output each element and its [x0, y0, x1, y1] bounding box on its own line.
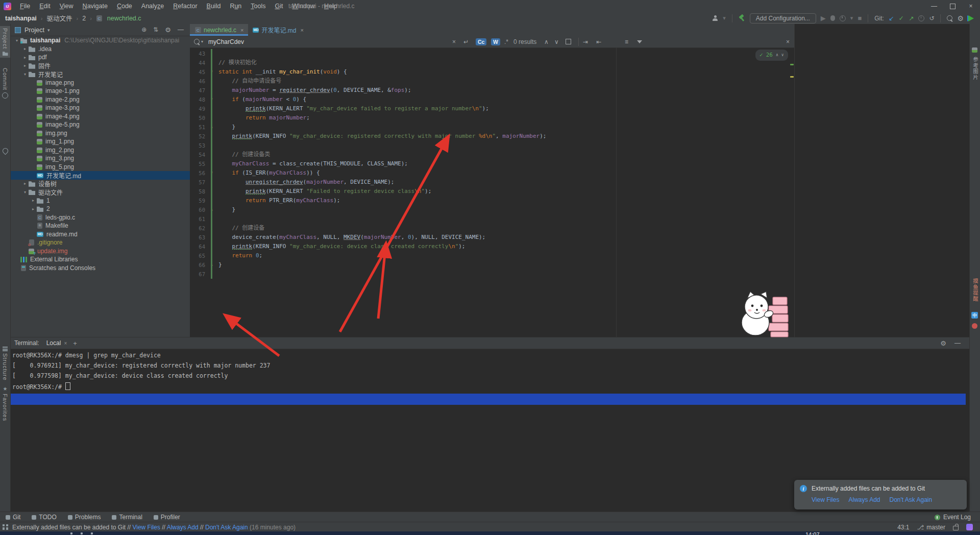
- chevron-down-icon[interactable]: ▾: [47, 28, 50, 33]
- terminal-new-tab-button[interactable]: +: [73, 339, 77, 347]
- tree-row[interactable]: ▸1: [10, 197, 190, 205]
- pin-icon[interactable]: [2, 147, 10, 155]
- code-line[interactable]: 48∨ if (majorNumber < 0) {: [190, 95, 794, 104]
- tree-row[interactable]: image-1.png: [10, 87, 190, 95]
- menu-item[interactable]: View: [55, 0, 78, 12]
- code-line[interactable]: 61: [190, 214, 794, 224]
- tool-stripe-commit[interactable]: Commit: [0, 66, 10, 101]
- tool-stripe-structure[interactable]: Structure: [0, 345, 10, 383]
- chevron-down-icon[interactable]: ▾: [21, 190, 29, 194]
- menu-item[interactable]: Navigate: [78, 0, 112, 12]
- notification-action-link[interactable]: View Files: [812, 496, 839, 503]
- breadcrumb-item[interactable]: 驱动文件: [47, 13, 72, 23]
- right-stripe-top-label[interactable]: 参考图片: [972, 57, 979, 80]
- code-line[interactable]: 57 unregister_chrdev(majorNumber, DEVICE…: [190, 178, 794, 187]
- tree-row[interactable]: img_5.png: [10, 163, 190, 172]
- bottom-tab-git[interactable]: Git: [0, 514, 26, 521]
- code-line[interactable]: 46 // 自动申请设备号: [190, 77, 794, 86]
- bottom-tab-todo[interactable]: TODO: [26, 514, 62, 521]
- event-log-button[interactable]: Event Log: [935, 514, 980, 521]
- hide-panel-icon[interactable]: —: [178, 26, 184, 34]
- match-case-toggle[interactable]: Cc: [476, 36, 486, 47]
- chevron-right-icon[interactable]: ▸: [21, 181, 29, 186]
- status-link[interactable]: Always Add: [167, 524, 199, 531]
- remove-selection-icon[interactable]: ⇤: [596, 36, 601, 47]
- notification-action-link[interactable]: Don't Ask Again: [890, 496, 933, 503]
- next-match-icon[interactable]: ∨: [554, 36, 559, 47]
- build-hammer-icon[interactable]: [739, 15, 745, 21]
- breadcrumb-item[interactable]: 2: [82, 15, 86, 22]
- right-stripe-middle-label[interactable]: 摸鱼提醒: [972, 278, 979, 302]
- search-options-icon[interactable]: ≡: [625, 36, 628, 47]
- tree-row[interactable]: ▾开发笔记: [10, 70, 190, 79]
- minimize-button[interactable]: —: [925, 0, 943, 12]
- notification-action-link[interactable]: Always Add: [848, 496, 880, 503]
- code-line[interactable]: 59 return PTR_ERR(myCharClass);: [190, 196, 794, 205]
- lock-icon[interactable]: [953, 526, 959, 530]
- menu-item[interactable]: Code: [112, 0, 137, 12]
- tree-row[interactable]: readme.md: [10, 230, 190, 239]
- image-tool-icon[interactable]: [972, 47, 977, 53]
- tree-row[interactable]: image-3.png: [10, 104, 190, 112]
- editor-tab[interactable]: newchrled.c×: [190, 24, 248, 36]
- newline-icon[interactable]: ↵: [463, 36, 469, 47]
- code-line[interactable]: 51∧ }: [190, 123, 794, 132]
- code-line[interactable]: 65 return 0;: [190, 251, 794, 260]
- menu-item[interactable]: Analyze: [137, 0, 168, 12]
- code-line[interactable]: 43: [190, 49, 794, 58]
- tree-row[interactable]: update.img: [10, 247, 190, 256]
- code-line[interactable]: 58 printk(KERN_ALERT "Failed to register…: [190, 187, 794, 196]
- menu-item[interactable]: Run: [225, 0, 246, 12]
- menu-item[interactable]: Edit: [35, 0, 55, 12]
- tree-row[interactable]: image-4.png: [10, 112, 190, 121]
- clear-search-icon[interactable]: ×: [452, 36, 456, 47]
- status-link[interactable]: View Files: [132, 524, 160, 531]
- code-line[interactable]: 52 printk(KERN_INFO "my_char_device: reg…: [190, 132, 794, 141]
- chevron-right-icon[interactable]: ▸: [21, 46, 29, 51]
- tool-stripe-favorites[interactable]: ★ Favorites: [0, 384, 10, 423]
- breadcrumb-item[interactable]: taishanpai: [5, 15, 37, 22]
- tree-row[interactable]: ▸2: [10, 205, 190, 213]
- code-line[interactable]: 53: [190, 141, 794, 150]
- bottom-tab-profiler[interactable]: Profiler: [148, 514, 186, 521]
- code-line[interactable]: 50 return majorNumber;: [190, 113, 794, 123]
- close-find-icon[interactable]: ×: [786, 36, 790, 47]
- code-line[interactable]: 63 device_create(myCharClass, NULL, MKDE…: [190, 233, 794, 242]
- translate-icon[interactable]: 中: [971, 312, 978, 319]
- tree-row[interactable]: img_1.png: [10, 137, 190, 146]
- chevron-down-icon[interactable]: ▾: [21, 72, 29, 77]
- terminal-settings-icon[interactable]: ⚙: [940, 339, 946, 347]
- menu-item[interactable]: Git: [271, 0, 288, 12]
- inspection-widget[interactable]: ✓ 26 ∧ ∨: [755, 50, 788, 61]
- prev-problem-icon[interactable]: ∧: [776, 51, 778, 60]
- code-line[interactable]: 45∨static int __init my_char_init(void) …: [190, 67, 794, 77]
- tree-row[interactable]: ▾taishanpaiC:\Users\QINGJUE\Desktop\git\…: [10, 36, 190, 45]
- tree-row[interactable]: Makefile: [10, 222, 190, 230]
- caret-position[interactable]: 43:1: [897, 524, 909, 531]
- menu-item[interactable]: File: [15, 0, 35, 12]
- tree-row[interactable]: leds-gpio.c: [10, 213, 190, 222]
- editor-tab[interactable]: 开发笔记.md×: [248, 24, 308, 36]
- menu-item[interactable]: Tools: [246, 0, 270, 12]
- git-history-icon[interactable]: [918, 15, 924, 21]
- tree-row[interactable]: image.png: [10, 79, 190, 87]
- code-area[interactable]: 4344// 模块初始化45∨static int __init my_char…: [190, 47, 794, 337]
- tree-row[interactable]: ▸设备树: [10, 180, 190, 188]
- code-line[interactable]: 60∧ }: [190, 205, 794, 214]
- plugin-icon[interactable]: [968, 15, 974, 21]
- close-icon[interactable]: ×: [240, 27, 243, 33]
- tree-row[interactable]: img_3.png: [10, 154, 190, 163]
- tool-switcher-icon[interactable]: [3, 524, 8, 530]
- menu-item[interactable]: Refactor: [168, 0, 202, 12]
- tree-row[interactable]: img.png: [10, 129, 190, 138]
- close-icon[interactable]: ×: [300, 27, 303, 33]
- status-link[interactable]: Don't Ask Again: [205, 524, 248, 531]
- collapse-all-icon[interactable]: ⇅: [153, 26, 158, 34]
- code-line[interactable]: 44// 模块初始化: [190, 58, 794, 67]
- tree-row[interactable]: image-5.png: [10, 120, 190, 129]
- locate-icon[interactable]: ⊕: [141, 26, 146, 34]
- add-selection-icon[interactable]: ⇥: [583, 36, 588, 47]
- tree-row[interactable]: .gitignore: [10, 238, 190, 247]
- shield-icon[interactable]: [966, 524, 973, 530]
- chevron-right-icon[interactable]: ▸: [30, 207, 37, 211]
